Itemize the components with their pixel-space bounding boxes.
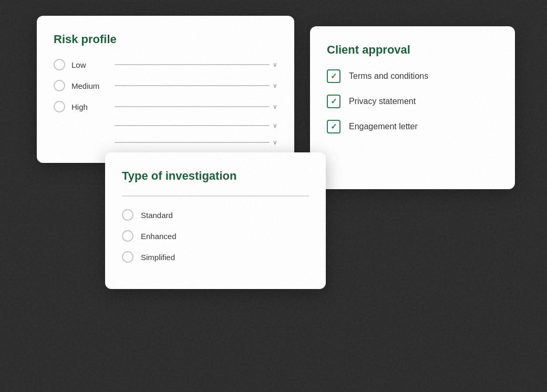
high-line (115, 106, 270, 107)
risk-extra-row2: ∨ (54, 139, 277, 146)
approval-items: ✓ Terms and conditions ✓ Privacy stateme… (327, 69, 498, 133)
investigation-title: Type of investigation (122, 169, 309, 183)
high-chevron: ∨ (273, 103, 277, 110)
investigation-separator (122, 195, 309, 197)
risk-option-medium[interactable]: Medium ∨ (54, 80, 277, 91)
enhanced-label: Enhanced (141, 232, 177, 241)
checkbox-terms[interactable]: ✓ (327, 69, 340, 83)
approval-item-terms[interactable]: ✓ Terms and conditions (327, 69, 498, 83)
extra-line1 (115, 125, 270, 126)
low-dropdown[interactable]: ∨ (115, 61, 277, 68)
radio-medium-label: Medium (71, 81, 108, 90)
radio-enhanced[interactable] (122, 230, 133, 242)
check-privacy-icon: ✓ (331, 97, 337, 106)
extra-dropdown1[interactable]: ∨ (115, 122, 277, 129)
radio-low[interactable] (54, 59, 65, 70)
extra-dropdown2[interactable]: ∨ (115, 139, 277, 146)
investigation-card: Type of investigation Standard Enhanced … (105, 152, 326, 289)
approval-item-privacy[interactable]: ✓ Privacy statement (327, 95, 498, 108)
risk-option-low[interactable]: Low ∨ (54, 59, 277, 70)
investigation-simplified[interactable]: Simplified (122, 251, 309, 263)
standard-label: Standard (141, 211, 173, 220)
medium-chevron: ∨ (273, 82, 277, 89)
high-dropdown[interactable]: ∨ (115, 103, 277, 110)
extra-chevron2: ∨ (273, 139, 277, 146)
checkbox-privacy[interactable]: ✓ (327, 95, 340, 108)
investigation-options: Standard Enhanced Simplified (122, 209, 309, 263)
medium-dropdown[interactable]: ∨ (115, 82, 277, 89)
medium-line (115, 85, 270, 86)
radio-medium[interactable] (54, 80, 65, 91)
radio-standard[interactable] (122, 209, 133, 221)
risk-profile-card: Risk profile Low ∨ Medium ∨ High ∨ (37, 16, 294, 163)
risk-extra-row1: ∨ (54, 122, 277, 129)
check-engagement-icon: ✓ (331, 122, 337, 131)
privacy-label: Privacy statement (349, 97, 416, 106)
simplified-label: Simplified (141, 253, 175, 262)
client-approval-card: Client approval ✓ Terms and conditions ✓… (310, 26, 515, 189)
approval-item-engagement[interactable]: ✓ Engagement letter (327, 120, 498, 133)
low-line (115, 64, 270, 65)
risk-option-high[interactable]: High ∨ (54, 101, 277, 112)
extra-chevron1: ∨ (273, 122, 277, 129)
radio-low-label: Low (71, 60, 108, 69)
risk-profile-options: Low ∨ Medium ∨ High ∨ (54, 59, 277, 146)
low-chevron: ∨ (273, 61, 277, 68)
radio-high-label: High (71, 102, 108, 111)
terms-label: Terms and conditions (349, 71, 428, 81)
engagement-label: Engagement letter (349, 122, 418, 131)
risk-profile-title: Risk profile (54, 33, 277, 46)
investigation-standard[interactable]: Standard (122, 209, 309, 221)
checkbox-engagement[interactable]: ✓ (327, 120, 340, 133)
radio-simplified[interactable] (122, 251, 133, 263)
client-approval-title: Client approval (327, 43, 498, 57)
extra-line2 (115, 142, 270, 143)
check-terms-icon: ✓ (331, 71, 337, 81)
radio-high[interactable] (54, 101, 65, 112)
investigation-enhanced[interactable]: Enhanced (122, 230, 309, 242)
